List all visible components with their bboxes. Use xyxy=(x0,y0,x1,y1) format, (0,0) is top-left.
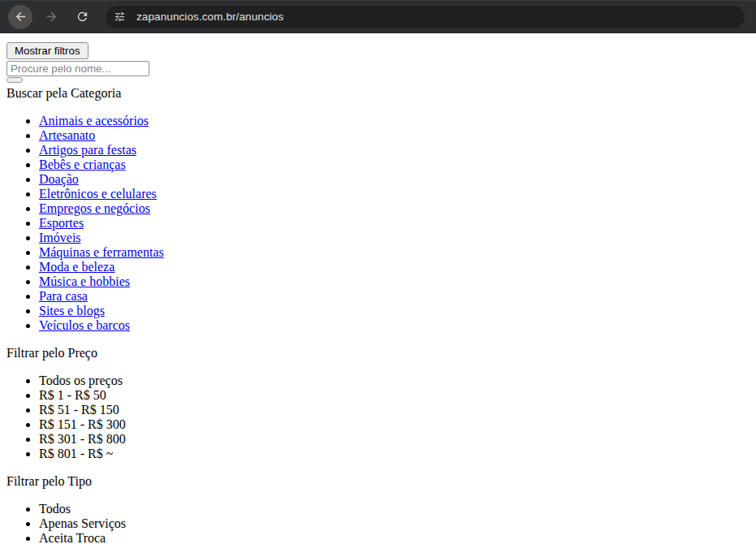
list-item: Empregos e negócios xyxy=(39,201,750,216)
forward-arrow-icon xyxy=(45,10,58,24)
category-link-esportes[interactable]: Esportes xyxy=(39,216,84,230)
price-option-801-up[interactable]: R$ 801 - R$ ~ xyxy=(39,447,750,461)
category-link-musica[interactable]: Música e hobbies xyxy=(39,274,130,288)
list-item: Imóveis xyxy=(39,231,750,245)
list-item: Artesanato xyxy=(39,128,750,143)
list-item: Sites e blogs xyxy=(39,304,750,318)
list-item: Para casa xyxy=(39,289,750,304)
address-bar[interactable]: zapanuncios.com.br/anuncios xyxy=(106,6,745,28)
category-link-veiculos[interactable]: Veículos e barcos xyxy=(39,318,130,332)
list-item: Esportes xyxy=(39,216,750,231)
show-filters-button[interactable]: Mostrar filtros xyxy=(6,42,89,59)
list-item: Veículos e barcos xyxy=(39,318,750,333)
list-item: Animais e acessórios xyxy=(39,114,750,128)
category-link-empregos[interactable]: Empregos e negócios xyxy=(39,201,150,215)
search-input[interactable] xyxy=(6,61,149,76)
back-button[interactable] xyxy=(8,5,32,29)
category-link-maquinas[interactable]: Máquinas e ferramentas xyxy=(39,245,164,259)
price-option-all[interactable]: Todos os preços xyxy=(39,373,750,388)
list-item: Bebês e crianças xyxy=(39,158,750,172)
category-link-artesanato[interactable]: Artesanato xyxy=(39,128,95,142)
collapsed-select[interactable] xyxy=(6,77,23,83)
category-list: Animais e acessórios Artesanato Artigos … xyxy=(6,114,750,333)
browser-toolbar: zapanuncios.com.br/anuncios xyxy=(0,0,756,33)
page-content: Mostrar filtros Buscar pela Categoria An… xyxy=(0,33,756,544)
tune-icon xyxy=(114,11,126,23)
type-option-troca[interactable]: Aceita Troca xyxy=(39,531,750,544)
reload-button[interactable] xyxy=(70,5,94,29)
price-option-51-150[interactable]: R$ 51 - R$ 150 xyxy=(39,403,750,417)
type-list: Todos Apenas Serviços Aceita Troca xyxy=(6,502,750,544)
type-section-title: Filtrar pelo Tipo xyxy=(6,474,750,489)
forward-button[interactable] xyxy=(39,5,63,29)
category-section-title: Buscar pela Categoria xyxy=(6,86,750,101)
price-option-1-50[interactable]: R$ 1 - R$ 50 xyxy=(39,388,750,403)
category-link-bebes[interactable]: Bebês e crianças xyxy=(39,158,126,171)
category-link-festas[interactable]: Artigos para festas xyxy=(39,143,136,157)
type-option-servicos[interactable]: Apenas Serviços xyxy=(39,516,750,531)
list-item: Eletrônicos e celulares xyxy=(39,187,750,201)
list-item: Moda e beleza xyxy=(39,260,750,274)
type-option-todos[interactable]: Todos xyxy=(39,502,750,516)
category-link-eletronicos[interactable]: Eletrônicos e celulares xyxy=(39,187,157,201)
category-link-doacao[interactable]: Doação xyxy=(39,172,79,186)
list-item: Música e hobbies xyxy=(39,274,750,289)
list-item: Doação xyxy=(39,172,750,187)
price-option-301-800[interactable]: R$ 301 - R$ 800 xyxy=(39,432,750,447)
category-link-casa[interactable]: Para casa xyxy=(39,289,88,303)
category-link-animais[interactable]: Animais e acessórios xyxy=(39,114,149,127)
list-item: Máquinas e ferramentas xyxy=(39,245,750,260)
reload-icon xyxy=(76,10,89,24)
category-link-moda[interactable]: Moda e beleza xyxy=(39,260,114,274)
price-option-151-300[interactable]: R$ 151 - R$ 300 xyxy=(39,417,750,432)
category-link-sites[interactable]: Sites e blogs xyxy=(39,304,105,317)
category-link-imoveis[interactable]: Imóveis xyxy=(39,231,81,244)
list-item: Artigos para festas xyxy=(39,143,750,158)
price-section-title: Filtrar pelo Preço xyxy=(6,346,750,361)
price-list: Todos os preços R$ 1 - R$ 50 R$ 51 - R$ … xyxy=(6,373,750,461)
url-text[interactable]: zapanuncios.com.br/anuncios xyxy=(136,11,283,23)
site-settings-button[interactable] xyxy=(110,8,128,26)
back-arrow-icon xyxy=(14,10,28,24)
